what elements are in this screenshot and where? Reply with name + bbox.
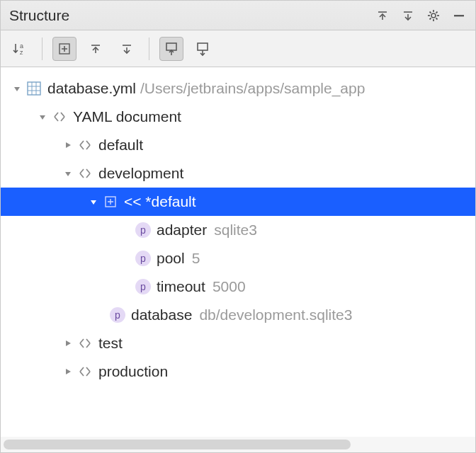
tree-default-row[interactable]: default [1,131,475,159]
node-label: default [98,137,143,154]
svg-text:z: z [20,49,23,56]
panel-title: Structure [6,7,69,24]
node-label: development [98,165,183,182]
tree-prop-row[interactable]: p timeout 5000 [1,273,475,301]
svg-point-0 [431,13,436,18]
tree-prop-row[interactable]: p database db/development.sqlite3 [1,301,475,329]
node-label: production [98,363,168,380]
chevron-down-icon[interactable] [9,81,25,96]
prop-value: 5 [192,250,200,267]
doc-label: YAML document [73,108,181,125]
expand-all-button[interactable] [52,37,76,61]
collapse-all-button[interactable] [84,37,108,61]
tag-icon [76,136,94,154]
scrollbar-thumb[interactable] [4,440,351,449]
autoscroll-to-source-button[interactable] [159,37,183,61]
scroll-from-source-button[interactable] [372,5,393,26]
scroll-to-source-button[interactable] [397,5,419,26]
node-label: << *default [124,193,196,210]
toolbar-separator [149,38,149,60]
property-icon: p [134,221,152,239]
toolbar-separator [42,38,42,60]
svg-rect-5 [166,43,176,50]
chevron-right-icon[interactable] [60,137,76,153]
svg-rect-1 [454,15,464,16]
tag-icon [76,334,94,352]
property-icon: p [134,249,152,268]
prop-value: 5000 [212,278,246,295]
prop-value: db/development.sqlite3 [199,306,352,323]
chevron-right-icon[interactable] [60,364,76,379]
chevron-down-icon[interactable] [86,194,101,210]
chevron-down-icon[interactable] [60,166,76,181]
node-label: test [98,335,123,352]
prop-name: adapter [157,222,207,239]
horizontal-scrollbar[interactable] [1,437,475,452]
sort-alpha-button[interactable]: az [8,37,32,61]
property-icon: p [108,306,127,324]
tag-icon [76,362,94,381]
structure-panel: Structure az [0,0,476,453]
prop-name: pool [157,250,185,267]
tree-doc-row[interactable]: YAML document [1,103,475,131]
tree-merge-row[interactable]: << *default [1,188,475,216]
autoscroll-from-source-button[interactable] [191,37,215,61]
tree-development-row[interactable]: development [1,159,475,188]
tree-prop-row[interactable]: p pool 5 [1,244,475,273]
expand-node-button[interactable] [115,37,139,61]
property-icon: p [134,277,152,296]
tree-prop-row[interactable]: p adapter sqlite3 [1,216,475,244]
file-path: /Users/jetbrains/apps/sample_app [140,80,366,97]
settings-button[interactable] [423,5,444,26]
tag-icon [76,164,94,183]
svg-rect-7 [28,82,40,95]
tree-file-row[interactable]: database.yml /Users/jetbrains/apps/sampl… [1,74,475,103]
prop-name: database [131,306,192,323]
file-name: database.yml [47,80,136,97]
merge-icon [101,193,120,211]
tree-production-row[interactable]: production [1,357,475,386]
structure-tree[interactable]: database.yml /Users/jetbrains/apps/sampl… [1,67,475,437]
tree-test-row[interactable]: test [1,329,475,357]
hide-button[interactable] [448,5,470,26]
svg-rect-6 [198,43,208,50]
structure-toolbar: az [1,30,475,67]
chevron-down-icon[interactable] [35,109,50,125]
chevron-right-icon[interactable] [60,336,76,351]
panel-titlebar: Structure [1,1,475,30]
tag-icon [50,108,69,126]
prop-value: sqlite3 [214,222,257,239]
file-icon [25,79,43,98]
prop-name: timeout [157,278,205,295]
